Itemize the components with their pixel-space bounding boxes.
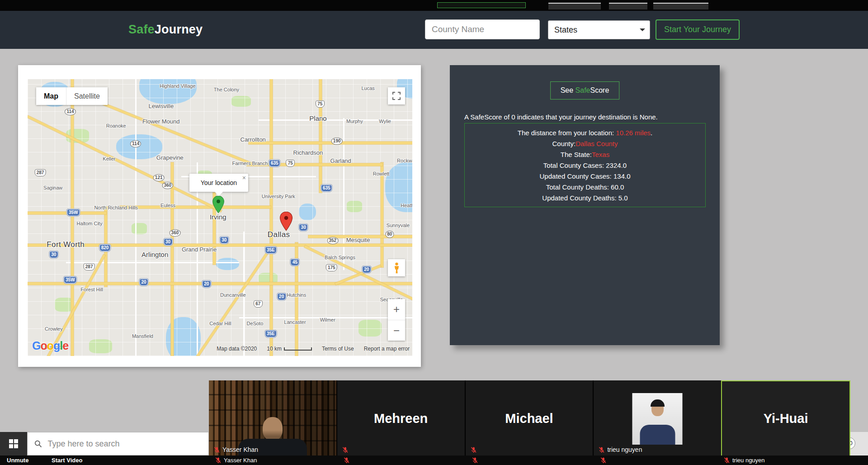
bottom-participant-label: Yasser Khan — [215, 457, 257, 464]
zoom-strip: Yasser KhanMehreenMichaeltrieu nguyenYi-… — [209, 380, 850, 457]
muted-mic-icon — [723, 457, 730, 464]
your-location-infowindow: Your location × — [189, 174, 248, 192]
stat-text: Total County Deaths: 60.0 — [546, 183, 624, 191]
windows-logo-icon — [9, 439, 18, 448]
report-link[interactable]: Report a map error — [364, 346, 410, 352]
div — [9, 439, 13, 443]
muted-mic-icon — [600, 457, 607, 464]
start-video-button[interactable]: Start Video — [52, 457, 82, 464]
muted-mic-icon — [215, 457, 222, 464]
participant-name: Yasser Khan — [222, 446, 258, 453]
highway-shield: 67 — [254, 300, 263, 308]
path — [393, 92, 400, 100]
see-label: See — [561, 86, 576, 94]
bottom-participant-label: trieu nguyen — [723, 457, 765, 464]
participant-video — [209, 380, 336, 457]
safescore-stats: The distance from your location: 10.26 m… — [465, 128, 705, 204]
svg — [343, 457, 350, 464]
svg — [600, 457, 607, 464]
participant-tile[interactable]: Yi-Huai — [721, 380, 850, 457]
zoom-in-button[interactable]: + — [388, 299, 405, 320]
highway-shield: 35W — [64, 276, 77, 284]
fullscreen-icon — [392, 92, 401, 100]
infowindow-close-button[interactable]: × — [242, 174, 246, 181]
states-dropdown-value: States — [554, 25, 577, 35]
path — [280, 212, 292, 230]
highway-shield: 35W — [67, 209, 80, 216]
safescore-stat-line: County:Dallas County — [465, 138, 705, 149]
participant-video — [632, 393, 683, 445]
stat-text: . — [651, 129, 652, 137]
search-icon — [34, 439, 42, 448]
windows-start-button[interactable] — [0, 432, 27, 456]
highway-shield: 20 — [277, 293, 286, 300]
see-safescore-button[interactable]: See SafeScore — [550, 81, 620, 100]
fullscreen-button[interactable] — [388, 87, 405, 104]
infowindow-text: Your location — [201, 179, 237, 186]
map-type-map-button[interactable]: Map — [36, 87, 66, 105]
start-journey-button[interactable]: Start Your Journey — [656, 19, 740, 40]
svg — [342, 446, 349, 453]
highway-shield: 121 — [153, 174, 165, 181]
highway-shield: 30 — [220, 237, 229, 244]
safescore-description: A SafeScore of 0 indicates that your jou… — [464, 113, 706, 121]
taskbar-search[interactable] — [27, 432, 209, 456]
safescore-stat-line: Updated County Cases: 134.0 — [465, 171, 705, 182]
highway-shield: 30 — [164, 238, 173, 246]
top-bar-fragment — [609, 3, 647, 9]
infowindow-tail — [215, 192, 223, 196]
person-body — [640, 425, 675, 445]
highway-shield: 35E — [265, 330, 277, 337]
map-type-satellite-button[interactable]: Satellite — [66, 87, 108, 105]
person-hair — [651, 399, 665, 407]
pegman-control[interactable] — [388, 259, 405, 276]
safescore-info-box: The distance from your location: 10.26 m… — [464, 123, 706, 207]
svg — [723, 457, 730, 464]
highway-shield: 635 — [321, 185, 332, 192]
safescore-stat-line: Total County Deaths: 60.0 — [465, 182, 705, 193]
highway-shield: 175 — [326, 264, 337, 271]
bottom-participant-label — [600, 457, 607, 464]
highway-shield: 287 — [84, 263, 95, 270]
participant-name: Yi-Huai — [722, 381, 849, 456]
unmute-button[interactable]: Unmute — [7, 457, 28, 464]
destination-marker[interactable] — [280, 212, 292, 232]
highway-shield: 20 — [202, 280, 211, 288]
participant-tile[interactable]: Mehreen — [336, 380, 465, 457]
county-name-input[interactable] — [425, 19, 540, 39]
participant-name: trieu nguyen — [732, 457, 765, 464]
google-map[interactable]: Highland VillageLucasThe ColonyLewisvill… — [28, 79, 412, 356]
user-location-marker[interactable] — [212, 196, 224, 215]
states-dropdown[interactable]: States — [548, 20, 650, 39]
participant-tile[interactable]: Yasser Khan — [209, 380, 336, 457]
top-bar-fragment — [548, 3, 601, 9]
person-head — [263, 417, 283, 441]
navbar: SafeJourney States Start Your Journey — [0, 11, 868, 49]
red-pin-icon — [280, 212, 292, 231]
top-bar — [0, 0, 868, 11]
participant-tile[interactable]: trieu nguyen — [593, 380, 721, 457]
app-logo-green: Safe — [128, 23, 155, 36]
top-bar-fragment — [437, 2, 526, 8]
google-logo-letter: g — [53, 339, 60, 352]
muted-mic-icon — [470, 446, 477, 453]
google-logo-letter: G — [32, 339, 40, 352]
highway-shield: 820 — [99, 244, 111, 251]
taskbar-search-input[interactable] — [47, 439, 202, 449]
participant-tile[interactable]: Michael — [465, 380, 593, 457]
stat-text: Updated County Cases: 134.0 — [540, 172, 631, 180]
highway-shield: 190 — [331, 138, 343, 145]
highway-shield: 287 — [35, 169, 46, 176]
screen: SafeJourney States Start Your Journey — [0, 0, 868, 465]
google-logo[interactable]: Google — [32, 339, 68, 352]
muted-mic-icon — [342, 446, 349, 453]
highway-shield: 75 — [286, 160, 295, 167]
muted-mic-icon — [472, 457, 478, 464]
div — [9, 444, 13, 448]
stat-text: The distance from your location: — [518, 129, 616, 137]
svg — [213, 446, 220, 453]
zoom-out-button[interactable]: − — [388, 320, 405, 341]
muted-mic-icon — [343, 457, 350, 464]
google-logo-letter: o — [47, 339, 53, 352]
terms-link[interactable]: Terms of Use — [322, 346, 354, 352]
